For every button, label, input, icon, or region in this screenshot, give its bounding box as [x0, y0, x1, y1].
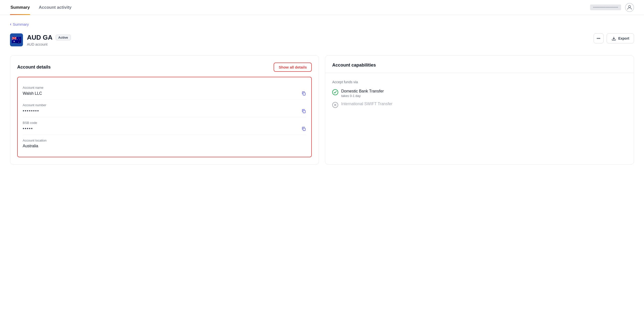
capability-name-domestic: Domestic Bank Transfer — [341, 89, 384, 93]
detail-value-location: Australia — [23, 144, 38, 148]
cards-grid: Account details Show all details Account… — [10, 55, 634, 165]
account-actions: ••• Export — [594, 33, 634, 43]
detail-value-row-account-number: •••••••• — [23, 108, 306, 114]
copy-icon — [301, 109, 306, 114]
flag-icon: 🇦🇺 — [10, 33, 23, 46]
breadcrumb-link[interactable]: Summary — [13, 22, 29, 26]
capability-enabled-icon — [332, 89, 338, 95]
detail-row-bsb: BSB code ••••• — [23, 117, 306, 135]
detail-label-bsb: BSB code — [23, 121, 306, 125]
top-nav: Summary Account activity •••••••••••••••… — [0, 0, 644, 15]
account-header: 🇦🇺 AUD GA Active AUD account ••• Export — [10, 33, 634, 46]
detail-value-row-location: Australia — [23, 144, 306, 148]
account-capabilities-title: Account capabilities — [332, 62, 376, 68]
capability-item-swift: International SWIFT Transfer — [332, 102, 627, 108]
main-content: ‹ Summary 🇦🇺 AUD GA Active AUD account •… — [0, 15, 644, 171]
account-name: AUD GA — [27, 34, 53, 41]
breadcrumb-chevron-icon: ‹ — [10, 22, 11, 26]
copy-icon — [301, 126, 306, 131]
account-details-title: Account details — [17, 64, 51, 70]
nav-tabs: Summary Account activity — [10, 0, 72, 15]
detail-value-account-name: Walsh LLC — [23, 91, 42, 96]
detail-value-account-number: •••••••• — [23, 108, 39, 114]
capability-info-swift: International SWIFT Transfer — [341, 102, 392, 106]
copy-icon — [301, 91, 306, 96]
account-name-row: AUD GA Active — [27, 34, 71, 41]
capability-info-domestic: Domestic Bank Transfer takes 0-1 day — [341, 89, 384, 98]
account-title-section: 🇦🇺 AUD GA Active AUD account — [10, 33, 71, 46]
detail-row-account-number: Account number •••••••• — [23, 100, 306, 117]
breadcrumb: ‹ Summary — [10, 22, 634, 26]
export-button[interactable]: Export — [606, 33, 634, 43]
account-info: AUD GA Active AUD account — [27, 34, 71, 46]
svg-rect-1 — [303, 93, 305, 95]
detail-row-account-name: Account name Walsh LLC — [23, 82, 306, 100]
user-avatar-button[interactable] — [625, 3, 634, 12]
export-icon — [611, 36, 616, 41]
capabilities-body: Accept funds via Domestic Bank Transfer … — [332, 78, 627, 108]
svg-point-0 — [628, 5, 630, 7]
show-all-details-button[interactable]: Show all details — [274, 62, 312, 72]
account-capabilities-card: Account capabilities Accept funds via Do… — [325, 55, 634, 165]
capability-name-swift: International SWIFT Transfer — [341, 102, 392, 106]
detail-row-location: Account location Australia — [23, 135, 306, 152]
more-options-button[interactable]: ••• — [594, 33, 604, 43]
account-details-header: Account details Show all details — [17, 62, 312, 72]
capability-disabled-icon — [332, 102, 338, 108]
tab-account-activity[interactable]: Account activity — [38, 0, 72, 15]
accept-funds-label: Accept funds via — [332, 80, 627, 84]
tab-summary[interactable]: Summary — [10, 0, 30, 15]
detail-value-row-account-name: Walsh LLC — [23, 91, 306, 96]
account-subtitle: AUD account — [27, 42, 71, 46]
account-details-card: Account details Show all details Account… — [10, 55, 319, 165]
capability-time-domestic: takes 0-1 day — [341, 94, 384, 98]
copy-account-number-button[interactable] — [301, 109, 306, 114]
status-badge: Active — [56, 35, 71, 40]
svg-rect-3 — [303, 128, 305, 131]
capability-item-domestic: Domestic Bank Transfer takes 0-1 day — [332, 89, 627, 98]
copy-account-name-button[interactable] — [301, 91, 306, 96]
card-divider — [325, 73, 634, 73]
detail-label-account-number: Account number — [23, 103, 306, 107]
detail-value-row-bsb: ••••• — [23, 126, 306, 131]
detail-label-location: Account location — [23, 139, 306, 142]
svg-rect-2 — [303, 110, 305, 113]
nav-right: •••••••••••••••••••••• — [590, 3, 634, 12]
detail-label-account-name: Account name — [23, 86, 306, 89]
user-display: •••••••••••••••••••••• — [590, 4, 621, 10]
copy-bsb-button[interactable] — [301, 126, 306, 131]
account-details-inner: Account name Walsh LLC Account number — [17, 77, 312, 157]
account-capabilities-header: Account capabilities — [332, 62, 627, 68]
detail-value-bsb: ••••• — [23, 126, 33, 131]
